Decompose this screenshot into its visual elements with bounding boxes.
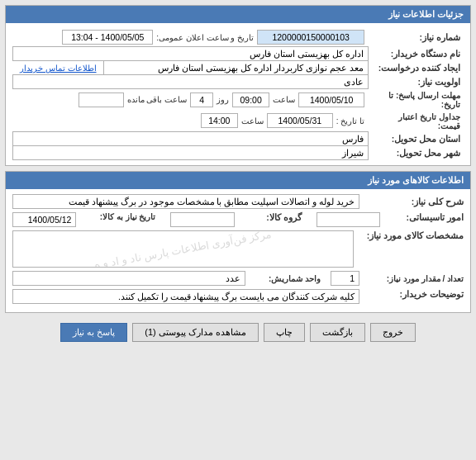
tozihat-label: توضیحات خریدار: <box>373 289 464 299</box>
rooz-value: 4 <box>190 92 213 107</box>
contact-info-link[interactable]: اطلاعات تماس خریدار <box>20 64 97 73</box>
tedad-value: 1 <box>331 271 359 286</box>
shomareNiaz-label: شماره نیاز: <box>375 28 464 47</box>
reply-button[interactable]: پاسخ به نیاز <box>60 323 127 342</box>
section2-title: اطلاعات کالاهای مورد نیاز <box>368 175 464 185</box>
baqimande-label: ساعت باقی مانده <box>127 95 188 104</box>
section1-title: جزئیات اطلاعات نیاز <box>388 9 464 19</box>
watermark-text: مرکز فن‌آوری اطلاعات پارس ناد و اد و ه <box>93 230 272 268</box>
tarikh-value: 1400/05/05 - 13:04 <box>62 30 153 45</box>
moshakhasat-label: مشخصات کالای مورد نیاز: <box>367 230 464 240</box>
moshakhasat-area: مرکز فن‌آوری اطلاعات پارس ناد و اد و ه <box>12 230 354 268</box>
button-bar: خروج بازگشت چاپ مشاهده مدارک پیوستی (1) … <box>5 318 471 344</box>
shahrTahvil-value: شیراز <box>13 146 369 160</box>
goroheKala-value <box>170 212 234 227</box>
tozihat-value: کلیه شرکت کنندگان می بایست برگ پیشنهاد ق… <box>12 289 359 304</box>
namDastgah-label: نام دستگاه خریدار: <box>375 47 464 61</box>
exit-button[interactable]: خروج <box>370 323 416 342</box>
shahrTahvil-label: شهر محل تحویل: <box>375 146 464 160</box>
baqimande-time: 17:40:33 <box>79 92 124 107</box>
saatLabel2: ساعت <box>241 116 264 126</box>
goroheKala-label: گروه کالا: <box>248 212 302 222</box>
saatLabel1: ساعت <box>273 95 295 104</box>
section1-header: جزئیات اطلاعات نیاز <box>6 6 470 23</box>
namDastgah-value: اداره کل بهزیستی استان فارس <box>13 47 369 61</box>
sharheKoli-label: شرح کلی نیاز: <box>373 197 464 206</box>
print-button[interactable]: چاپ <box>264 323 305 342</box>
owliyat-value: عادی <box>13 75 369 89</box>
mohlatDate-value: 1400/05/10 <box>298 92 364 107</box>
tedad-label: تعداد / مقدار مورد نیاز: <box>373 274 464 283</box>
shomareNiaz-value: 1200000150000103 <box>257 30 364 45</box>
sharheKoli-value: خرید لوله و اتصالات اسپلیت مطابق با مشخص… <box>12 194 359 209</box>
tarikhNiaz-value: 1400/05/12 <box>12 212 76 227</box>
ostanTahvil-value: فارس <box>13 132 369 146</box>
tarikhNiaz-label: تاریخ نیاز به کالا: <box>89 212 155 221</box>
back-button[interactable]: بازگشت <box>310 323 365 342</box>
amoorTasisati-label: امور تاسیساتی: <box>393 212 464 222</box>
ostanTahvil-label: استان محل تحویل: <box>375 132 464 146</box>
jadaval-label: جداول تاریخ اعتبار قیمت: <box>375 111 464 132</box>
rooz-label: روز <box>217 95 229 104</box>
jadavalTime-value: 14:00 <box>201 113 238 128</box>
ijadKonande-value: معد عجم نوازی کاربردار اداره کل بهزیستی … <box>104 61 369 75</box>
amoorTasisati-value <box>317 212 380 227</box>
taNTarikh-label: تا تاریخ : <box>336 116 364 126</box>
section2-header: اطلاعات کالاهای مورد نیاز <box>6 172 470 189</box>
vahed-label: واحد شماریش: <box>259 274 321 283</box>
ijadKonande-label: ایجاد کننده درخواست: <box>375 61 464 75</box>
vahed-value: عدد <box>12 271 245 286</box>
owliyat-label: اولویت نیاز: <box>375 75 464 89</box>
view-docs-button[interactable]: مشاهده مدارک پیوستی (1) <box>132 323 259 342</box>
jadavalDate-value: 1400/05/31 <box>267 113 333 128</box>
tarikh-label: تاریخ و ساعت اعلان عمومی: <box>156 33 254 42</box>
mohlatIrsalFrom-label: مهلت ارسال پاسخ: تا تاریخ: <box>375 89 464 111</box>
mohlatTime-value: 09:00 <box>232 92 269 107</box>
